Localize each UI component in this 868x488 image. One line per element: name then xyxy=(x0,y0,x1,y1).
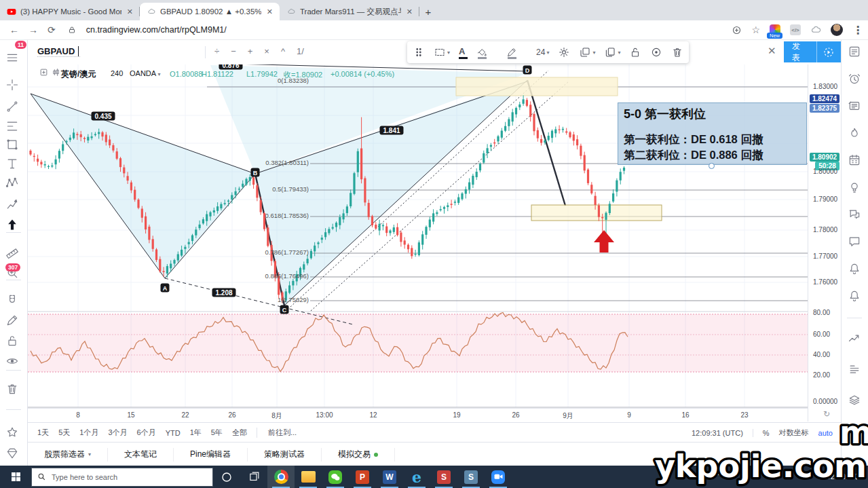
taskbar-task-view[interactable] xyxy=(240,466,267,488)
footer-tab-2[interactable]: Pine编辑器 xyxy=(174,448,248,462)
start-button[interactable] xyxy=(0,466,31,488)
drag-handle-button[interactable] xyxy=(413,46,425,58)
sidebar-bellbadge-icon[interactable] xyxy=(848,262,861,276)
tab-close-icon[interactable]: ✕ xyxy=(265,7,274,16)
publish-button[interactable]: 发表 xyxy=(784,41,816,62)
add-symbol-icon[interactable] xyxy=(39,68,48,77)
sidebar-news-icon[interactable] xyxy=(848,99,861,113)
text-annotation-box[interactable]: 5-0 第一获利位 第一获利位：DE 0.618 回撤 第二获利位：DE 0.8… xyxy=(618,102,807,165)
clone-icon[interactable] xyxy=(604,46,616,58)
sidebar-flame-icon[interactable] xyxy=(848,126,861,140)
close-icon[interactable]: ✕ xyxy=(768,45,776,57)
tab-close-icon[interactable]: ✕ xyxy=(405,7,414,16)
compare-operators[interactable]: ÷−+×^1/ xyxy=(214,46,304,56)
tool-ruler-icon[interactable] xyxy=(5,246,19,259)
compare-op[interactable]: 1/ xyxy=(297,46,304,56)
sidebar-broker-icon[interactable] xyxy=(848,394,861,407)
compare-op[interactable]: × xyxy=(264,46,269,56)
delete-icon[interactable] xyxy=(671,46,683,58)
taskbar-sublime-blue[interactable]: S xyxy=(457,466,485,488)
taskbar-chrome[interactable] xyxy=(267,466,295,488)
tool-crosshair-icon[interactable] xyxy=(5,78,19,92)
range-button[interactable]: 1个月 xyxy=(79,428,98,438)
font-size-button[interactable]: 24▾ xyxy=(536,48,549,57)
compare-op[interactable]: − xyxy=(231,46,236,56)
tool-trash-icon[interactable] xyxy=(5,382,19,396)
extension-code-icon[interactable]: </> xyxy=(790,24,801,35)
extension-rainbow-icon[interactable]: New xyxy=(770,24,780,35)
taskbar-zoom[interactable] xyxy=(485,466,512,488)
delete-button[interactable] xyxy=(671,46,683,58)
chart-style-icon[interactable] xyxy=(52,68,60,77)
layer-order-button[interactable]: ▾ xyxy=(579,46,595,58)
percent-scale-button[interactable]: % xyxy=(763,429,770,437)
back-icon[interactable]: ← xyxy=(10,24,19,35)
drag-handle-icon[interactable] xyxy=(413,46,425,58)
range-button[interactable]: 1年 xyxy=(190,428,202,438)
browser-tab-2[interactable]: Trader Mars911 — 交易观点与图✕ xyxy=(280,3,419,20)
tool-shape-icon[interactable] xyxy=(5,138,19,151)
style-template-icon[interactable] xyxy=(434,46,446,58)
browser-menu-icon[interactable]: ⋮ xyxy=(852,24,863,37)
sidebar-comment-icon[interactable] xyxy=(848,235,861,248)
range-button[interactable]: 全部 xyxy=(232,428,247,438)
stroke-color-button[interactable] xyxy=(506,47,527,58)
range-button[interactable]: 3个月 xyxy=(108,428,127,438)
tool-menu-icon[interactable] xyxy=(5,51,19,64)
sidebar-bell-icon[interactable] xyxy=(848,289,861,303)
replay-button[interactable] xyxy=(816,41,841,62)
tool-magnet-icon[interactable] xyxy=(5,293,19,307)
range-button[interactable]: 5年 xyxy=(211,428,223,438)
range-button[interactable]: 6个月 xyxy=(137,428,156,438)
style-template-button[interactable]: ▾ xyxy=(434,46,450,58)
tray-date[interactable]: 9/5/2019 xyxy=(819,473,846,481)
range-button[interactable]: 5天 xyxy=(58,428,70,438)
browser-tab-1[interactable]: GBPAUD 1.80902 ▲ +0.35% Unn✕ xyxy=(140,3,280,20)
tool-arrowtool-icon[interactable] xyxy=(5,218,19,231)
sidebar-watchlist-icon[interactable] xyxy=(848,45,861,58)
compare-op[interactable]: + xyxy=(248,46,253,56)
stroke-color-icon[interactable] xyxy=(506,47,517,58)
footer-tab-4[interactable]: 模拟交易 xyxy=(322,448,395,462)
footer-tab-0[interactable]: 股票筛选器▾ xyxy=(28,448,108,462)
tool-text-icon[interactable] xyxy=(5,157,19,170)
log-scale-button[interactable]: 对数坐标 xyxy=(779,428,809,438)
lock-button[interactable] xyxy=(629,46,641,58)
sidebar-alarm-icon[interactable] xyxy=(848,72,861,86)
range-button[interactable]: YTD xyxy=(166,429,181,437)
action-center-icon[interactable] xyxy=(854,472,863,481)
tool-star-icon[interactable] xyxy=(5,426,19,439)
symbol-interval[interactable]: 240 xyxy=(111,69,123,77)
text-color-button[interactable]: A xyxy=(459,46,468,59)
sidebar-chats-icon[interactable] xyxy=(848,208,861,221)
range-button[interactable]: 1天 xyxy=(37,428,49,438)
axis-reset-icon[interactable]: ↻ xyxy=(823,409,830,419)
clone-button[interactable]: ▾ xyxy=(604,46,620,58)
tool-forecast-icon[interactable] xyxy=(5,198,19,211)
symbol-name[interactable]: 英镑/澳元 xyxy=(61,69,96,80)
tool-fib-icon[interactable] xyxy=(5,119,19,133)
taskbar-sublime-red[interactable]: S xyxy=(430,466,457,488)
tool-lock-icon[interactable] xyxy=(5,334,19,348)
sidebar-datawin-icon[interactable] xyxy=(848,363,861,377)
tool-xabcd-icon[interactable] xyxy=(5,176,19,190)
tool-eyedot-icon[interactable] xyxy=(5,354,19,368)
settings-button[interactable] xyxy=(558,46,570,58)
annotation-resize-handle[interactable] xyxy=(709,163,715,169)
browser-tab-0[interactable]: (3) HAPPY Music - Good Mornin✕ xyxy=(0,3,140,20)
layer-order-icon[interactable] xyxy=(579,46,591,58)
footer-tab-3[interactable]: 策略测试器 xyxy=(248,448,322,462)
lock-icon[interactable] xyxy=(629,46,641,58)
taskbar-edge[interactable]: e xyxy=(403,466,430,488)
taskbar-search[interactable]: Type here to search xyxy=(31,468,213,487)
compare-op[interactable]: ÷ xyxy=(214,46,219,56)
time-axis[interactable]: 81522268月13:001219269月91623 xyxy=(28,408,842,422)
sidebar-tree-icon[interactable] xyxy=(848,333,861,346)
refresh-icon[interactable]: ⟳ xyxy=(48,24,56,35)
fill-color-button[interactable] xyxy=(476,47,497,58)
bookmark-star-icon[interactable]: ☆ xyxy=(751,24,760,35)
url-text[interactable]: cn.tradingview.com/chart/rpQLM9M1/ xyxy=(86,25,728,35)
footer-tab-1[interactable]: 文本笔记 xyxy=(108,448,174,462)
compare-op[interactable]: ^ xyxy=(281,46,285,56)
taskbar-file-explorer[interactable] xyxy=(295,466,322,488)
